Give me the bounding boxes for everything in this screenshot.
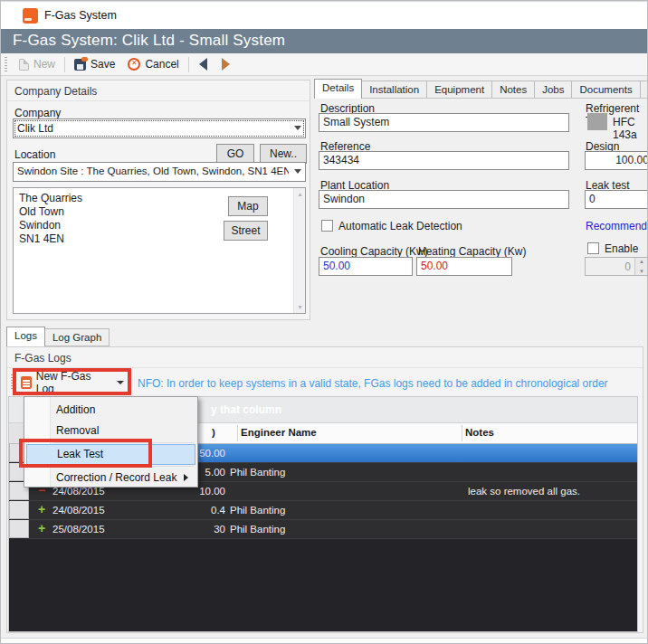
map-button[interactable]: Map — [228, 196, 268, 216]
menu-separator — [53, 466, 194, 467]
titlebar: F-Gas System — [1, 1, 648, 29]
new-document-icon — [19, 59, 29, 71]
tab-documents[interactable]: Documents — [572, 80, 640, 99]
chevron-down-icon — [294, 126, 301, 130]
header-divider — [237, 425, 238, 441]
automatic-leak-detection-checkbox[interactable] — [321, 220, 333, 232]
window-title: F-Gas System — [44, 9, 117, 22]
recommended-link[interactable]: Recommended — [586, 220, 648, 232]
header-divider — [462, 425, 462, 441]
plus-icon: + — [34, 502, 49, 516]
leak-spinner[interactable]: 0 ▲▼ — [585, 257, 648, 276]
row-indicator[interactable] — [9, 520, 29, 538]
log-engineer: Phil Banting — [230, 467, 285, 478]
window-bottom-edge — [1, 638, 648, 644]
description-field[interactable]: Small System — [319, 113, 569, 132]
page-title: F-Gas System: Clik Ltd - Small System — [13, 32, 285, 50]
heating-capacity-field[interactable]: 50.00 — [416, 257, 512, 276]
tab-leaks[interactable]: Leaks — [641, 80, 648, 99]
tab-equipment[interactable]: Equipment — [427, 80, 492, 99]
spin-down-icon[interactable]: ▼ — [635, 269, 648, 274]
company-details-panel: Company Details Company Clik Ltd GO New.… — [6, 80, 310, 320]
refrigerant-type-value[interactable]: HFC 143a — [613, 116, 647, 141]
refrigerant-color-swatch — [587, 113, 607, 130]
address-line: The Quarries — [19, 192, 82, 205]
next-record-button[interactable] — [222, 58, 230, 71]
cooling-capacity-label: Cooling Capacity (Kw) — [320, 245, 428, 258]
row-indicator[interactable] — [9, 501, 29, 519]
menu-item-leak-test[interactable]: Leak Test — [26, 444, 195, 465]
spin-up-icon[interactable]: ▲ — [635, 259, 648, 264]
menu-item-removal[interactable]: Removal — [26, 421, 195, 441]
scroll-down-icon[interactable]: ▼ — [296, 304, 304, 310]
tab-details[interactable]: Details — [314, 79, 362, 99]
toolbar-separator — [188, 57, 189, 72]
logs-toolbar-grip[interactable] — [11, 374, 14, 391]
main-toolbar: New Save Cancel — [1, 53, 648, 76]
menu-item-addition[interactable]: Addition — [26, 400, 195, 421]
address-lines: The QuarriesOld TownSwindonSN1 4EN — [19, 192, 82, 246]
address-line: SN1 4EN — [19, 232, 82, 246]
group-by-hint: y that column — [211, 403, 281, 416]
leak-test-interval-field[interactable]: 0 — [585, 190, 648, 209]
menu-separator — [53, 442, 194, 443]
scroll-up-icon[interactable]: ▲ — [296, 191, 304, 197]
menu-item-correction-record-leak[interactable]: Correction / Record Leak — [26, 468, 195, 488]
previous-record-button[interactable] — [199, 58, 207, 71]
company-combobox[interactable]: Clik Ltd — [13, 118, 306, 138]
street-button[interactable]: Street — [224, 221, 268, 241]
new-fgas-log-button[interactable]: New F-Gas Log — [17, 373, 128, 393]
logs-tabstrip: LogsLog Graph — [6, 327, 110, 346]
tab-installation[interactable]: Installation — [362, 80, 427, 99]
company-label: Company — [14, 107, 61, 119]
cancel-button[interactable]: Cancel — [121, 54, 185, 74]
log-engineer: Phil Banting — [230, 505, 285, 516]
address-line: Old Town — [19, 205, 82, 219]
address-scrollbar[interactable]: ▲ ▼ — [293, 188, 305, 313]
fgas-logs-panel: F-Gas Logs New F-Gas Log NFO: In order t… — [6, 346, 643, 633]
location-label: Location — [14, 148, 55, 161]
amount-header-fragment[interactable]: ) — [212, 427, 215, 438]
design-charge-field[interactable]: 100.00 — [585, 151, 648, 170]
plus-icon: + — [34, 521, 49, 535]
save-icon — [74, 59, 86, 71]
company-details-caption: Company Details — [7, 80, 310, 101]
new-location-button[interactable]: New.. — [260, 144, 307, 164]
log-engineer: Phil Banting — [230, 524, 285, 535]
plant-location-field[interactable]: Swindon — [319, 190, 569, 209]
address-line: Swindon — [19, 219, 82, 232]
app-icon — [23, 8, 38, 24]
table-row[interactable]: +24/08/20150.4Phil Banting — [9, 501, 637, 520]
save-button[interactable]: Save — [68, 54, 121, 74]
tab-notes[interactable]: Notes — [492, 80, 535, 99]
log-amount: 30 — [147, 524, 225, 535]
submenu-arrow-icon — [184, 474, 188, 481]
cooling-capacity-field[interactable]: 50.00 — [319, 257, 413, 276]
log-notes: leak so removed all gas. — [468, 486, 580, 497]
reference-field[interactable]: 343434 — [319, 151, 569, 170]
log-date: 24/08/2015 — [52, 505, 105, 516]
tab-jobs[interactable]: Jobs — [535, 80, 572, 99]
cancel-icon — [128, 58, 140, 71]
new-log-dropdown-menu: Addition Removal Leak Test Correction / … — [24, 396, 198, 488]
spinner-buttons[interactable]: ▲▼ — [634, 258, 647, 275]
chevron-down-icon — [294, 169, 301, 174]
new-button[interactable]: New — [13, 54, 62, 74]
table-row[interactable]: +25/08/201530Phil Banting — [9, 520, 637, 539]
toolbar-separator — [64, 57, 65, 72]
tab-logs[interactable]: Logs — [6, 327, 45, 346]
dropdown-arrow-icon — [117, 381, 124, 384]
details-tab-baseline — [314, 98, 648, 99]
tab-log-graph[interactable]: Log Graph — [45, 328, 110, 346]
enable-leak-checkbox[interactable] — [587, 242, 599, 254]
app-window: { "window": { "title": "F-Gas System" },… — [0, 0, 648, 644]
new-log-document-icon — [21, 376, 32, 389]
fgas-logs-caption: F-Gas Logs — [7, 347, 643, 368]
engineer-name-header[interactable]: Engineer Name — [241, 427, 317, 438]
heating-capacity-label: Heating Capacity (Kw) — [418, 245, 526, 258]
log-amount: 0.4 — [147, 505, 225, 516]
notes-header[interactable]: Notes — [465, 427, 494, 438]
location-combobox[interactable]: Swindon Site : The Quarries, Old Town, S… — [13, 162, 306, 182]
toolbar-grip[interactable] — [5, 57, 7, 71]
go-button[interactable]: GO — [216, 144, 254, 164]
